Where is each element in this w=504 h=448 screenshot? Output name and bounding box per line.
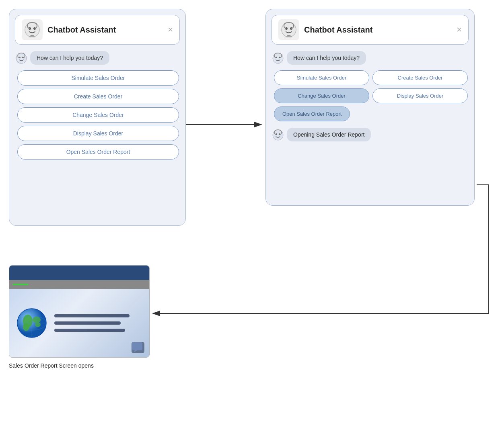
left-btn-display[interactable]: Display Sales Order xyxy=(17,126,179,141)
right-greeting-bubble: How can I help you today? xyxy=(287,51,366,65)
report-toolbar-indicator xyxy=(12,284,29,285)
right-btn-simulate[interactable]: Simulate Sales Order xyxy=(274,70,369,85)
right-greeting-row: How can I help you today? xyxy=(272,51,468,65)
left-bot-avatar xyxy=(16,53,27,64)
left-greeting-row: How can I help you today? xyxy=(16,51,179,65)
left-chatbot-header: Chatbot Assistant × xyxy=(15,15,180,45)
right-chatbot-title: Chatbot Assistant xyxy=(304,25,452,35)
right-btn-change[interactable]: Change Sales Order xyxy=(274,88,369,103)
right-chatbot-logo xyxy=(278,19,299,40)
right-response-row: Opening Sales Order Report xyxy=(272,128,468,141)
report-header xyxy=(9,266,149,280)
left-close-button[interactable]: × xyxy=(168,25,173,35)
left-chatbot-body: How can I help you today? Simulate Sales… xyxy=(9,49,185,166)
right-response-bubble: Opening Sales Order Report xyxy=(287,128,371,141)
left-greeting-bubble: How can I help you today? xyxy=(30,51,109,65)
svg-point-22 xyxy=(33,317,41,323)
left-btn-simulate[interactable]: Simulate Sales Order xyxy=(17,70,179,86)
right-btn-display[interactable]: Display Sales Order xyxy=(372,88,468,103)
svg-marker-28 xyxy=(133,350,137,353)
right-bot-avatar-2 xyxy=(272,129,284,141)
right-close-button[interactable]: × xyxy=(457,25,462,35)
report-lines xyxy=(54,314,143,332)
report-line-2 xyxy=(54,321,121,325)
left-chatbot-panel: Chatbot Assistant × How can I help you t… xyxy=(9,9,186,226)
right-chatbot-panel: Chatbot Assistant × How can I help you t… xyxy=(265,9,475,206)
left-chatbot-title: Chatbot Assistant xyxy=(47,25,163,35)
right-btn-single-wrapper: Open Sales Order Report xyxy=(274,106,468,121)
right-chatbot-body: How can I help you today? Simulate Sales… xyxy=(266,49,474,153)
right-btn-report[interactable]: Open Sales Order Report xyxy=(274,106,350,121)
left-button-list: Simulate Sales Order Create Sales Order … xyxy=(17,70,179,160)
report-toolbar xyxy=(9,280,149,289)
svg-rect-12 xyxy=(286,36,292,37)
svg-rect-27 xyxy=(132,342,142,350)
right-btn-create[interactable]: Create Sales Order xyxy=(372,70,468,85)
svg-rect-4 xyxy=(29,36,35,37)
right-button-grid: Simulate Sales Order Create Sales Order … xyxy=(274,70,468,103)
report-chat-icon xyxy=(132,342,144,353)
right-bot-avatar xyxy=(272,53,284,64)
left-btn-create[interactable]: Create Sales Order xyxy=(17,89,179,104)
report-line-3 xyxy=(54,329,125,332)
report-screen xyxy=(9,265,150,358)
left-btn-change[interactable]: Change Sales Order xyxy=(17,107,179,123)
left-chatbot-logo xyxy=(22,19,43,40)
left-btn-report[interactable]: Open Sales Order Report xyxy=(17,144,179,160)
right-chatbot-header: Chatbot Assistant × xyxy=(272,15,469,45)
report-line-1 xyxy=(54,314,130,317)
globe-icon xyxy=(16,307,48,339)
report-body xyxy=(9,289,149,357)
caption: Sales Order Report Screen opens xyxy=(9,362,94,369)
